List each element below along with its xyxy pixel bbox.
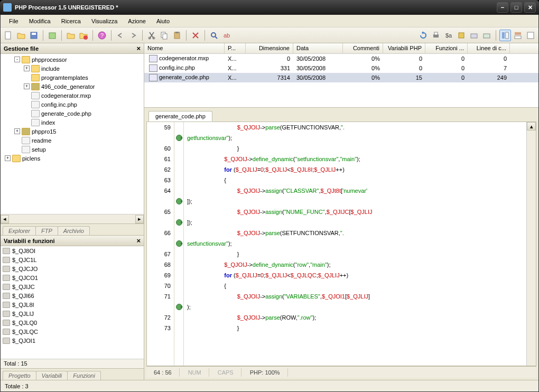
tree-node[interactable]: -phpprocessor bbox=[1, 55, 144, 64]
view3-icon[interactable] bbox=[525, 30, 536, 41]
tab-ftp[interactable]: FTP bbox=[35, 226, 58, 235]
variable-item[interactable]: $_QJLQC bbox=[1, 327, 144, 336]
code-line[interactable]: { bbox=[184, 175, 526, 185]
variable-item[interactable]: $_QJL8I bbox=[1, 300, 144, 309]
column-header[interactable]: P... bbox=[225, 43, 246, 53]
folder-open-icon[interactable] bbox=[65, 30, 77, 41]
redo-icon[interactable] bbox=[127, 30, 139, 41]
code-line[interactable]: $_QJOIJ->define_dynamic("setfunctionsvar… bbox=[184, 154, 526, 164]
column-header[interactable]: Linee di c... bbox=[468, 43, 510, 53]
tree-toggle-icon[interactable]: - bbox=[14, 57, 20, 62]
save-icon[interactable] bbox=[28, 30, 40, 41]
variable-item[interactable]: $_QJI66 bbox=[1, 291, 144, 300]
paste-icon[interactable] bbox=[171, 30, 183, 41]
minimize-button[interactable]: − bbox=[497, 2, 508, 13]
variable-item[interactable]: $_QJ8OI bbox=[1, 246, 144, 255]
tab-variabili[interactable]: Variabili bbox=[36, 371, 68, 380]
code-line[interactable]: ]); bbox=[184, 217, 526, 228]
new-file-icon[interactable] bbox=[3, 30, 14, 41]
tab-funzioni[interactable]: Funzioni bbox=[67, 371, 101, 380]
tab-progetto[interactable]: Progetto bbox=[3, 371, 36, 380]
tree-node[interactable]: +piclens bbox=[1, 154, 144, 163]
column-header[interactable]: Nome bbox=[144, 43, 225, 53]
variable-item[interactable]: $_QJOI1 bbox=[1, 336, 144, 345]
tree-node[interactable]: +496_code_generator bbox=[1, 82, 144, 91]
help-icon[interactable]: ? bbox=[96, 30, 108, 41]
column-header[interactable]: Commenti bbox=[343, 43, 383, 53]
zip-icon[interactable] bbox=[456, 30, 467, 41]
code-line[interactable]: $_QJOIJ->assign("VARIABLES",$_QJOI1[$_QJ… bbox=[184, 291, 526, 302]
variable-item[interactable]: $_QJIJC bbox=[1, 282, 144, 291]
code-line[interactable]: { bbox=[184, 281, 526, 291]
code-line[interactable]: } bbox=[184, 323, 526, 333]
code-line[interactable]: } bbox=[184, 249, 526, 259]
column-header[interactable]: Data bbox=[293, 43, 343, 53]
variable-item[interactable]: $_QJLQ0 bbox=[1, 318, 144, 327]
tree-node[interactable]: programtemplates bbox=[1, 73, 144, 82]
scroll-up-icon[interactable]: ▴ bbox=[527, 122, 536, 130]
code-line[interactable]: $_QJOIJ->define_dynamic("row","main"); bbox=[184, 259, 526, 270]
variable-item[interactable]: $_QJCO1 bbox=[1, 273, 144, 282]
copy-icon[interactable] bbox=[159, 30, 170, 41]
menu-ricerca[interactable]: Ricerca bbox=[57, 17, 85, 25]
code-line[interactable]: } bbox=[184, 143, 526, 154]
code-line[interactable]: getfunctionsvar"); bbox=[184, 133, 526, 143]
find-icon[interactable] bbox=[208, 30, 220, 41]
menu-visualizza[interactable]: Visualizza bbox=[87, 17, 122, 25]
variable-item[interactable]: $_QJLIJ bbox=[1, 309, 144, 318]
tree-hscrollbar[interactable]: ◂ ▸ bbox=[1, 214, 144, 223]
menu-modifica[interactable]: Modifica bbox=[25, 17, 55, 25]
cut-icon[interactable] bbox=[146, 30, 157, 41]
code-line[interactable]: $_QJOIJ->parse(ROW,".row"); bbox=[184, 312, 526, 323]
tree-node[interactable]: readme bbox=[1, 136, 144, 145]
editor-tab[interactable]: generate_code.php bbox=[148, 111, 212, 122]
file-list[interactable]: NomeP...DimensioneDataCommentiVariabili … bbox=[144, 43, 538, 108]
code-line[interactable]: setfunctionsvar"); bbox=[184, 238, 526, 249]
menu-azione[interactable]: Azione bbox=[124, 17, 150, 25]
code-line[interactable]: ]); bbox=[184, 196, 526, 207]
code-line[interactable]: $_QJOIJ->parse(GETFUNCTIONSVAR,". bbox=[184, 122, 526, 133]
code-line[interactable]: for ($_QJLIJ=0;$_QJLIJ<$_QJLQC;$_QJLIJ++… bbox=[184, 270, 526, 281]
tree-toggle-icon[interactable]: + bbox=[5, 155, 11, 161]
tab-explorer[interactable]: Explorer bbox=[3, 226, 36, 235]
view1-icon[interactable] bbox=[499, 30, 511, 41]
scroll-right-icon[interactable]: ▸ bbox=[135, 215, 144, 223]
file-row[interactable]: generate_code.phpX...731430/05/20080%150… bbox=[144, 73, 538, 82]
close-var-panel-icon[interactable]: × bbox=[136, 237, 141, 245]
tree-toggle-icon[interactable]: + bbox=[24, 83, 30, 89]
code-line[interactable]: ); bbox=[184, 302, 526, 312]
import-icon[interactable] bbox=[481, 30, 492, 41]
undo-icon[interactable] bbox=[115, 30, 126, 41]
maximize-button[interactable]: □ bbox=[510, 2, 522, 13]
tree-toggle-icon[interactable]: + bbox=[24, 66, 30, 71]
close-panel-icon[interactable]: × bbox=[136, 44, 141, 52]
code-line[interactable]: $_QJOIJ->assign("NUME_FUNC",$_QJIJC[$_QJ… bbox=[184, 207, 526, 217]
file-row[interactable]: codegenerator.mxpX...030/05/20080%000 bbox=[144, 54, 538, 63]
menu-aiuto[interactable]: Aiuto bbox=[152, 17, 174, 25]
column-header[interactable]: Funzioni ... bbox=[425, 43, 468, 53]
code-line[interactable]: $_QJOIJ->parse(SETFUNCTIONSVAR,". bbox=[184, 228, 526, 238]
tree-node[interactable]: index bbox=[1, 118, 144, 127]
export-icon[interactable] bbox=[468, 30, 480, 41]
menu-file[interactable]: File bbox=[5, 17, 23, 25]
column-header[interactable]: Variabili PHP bbox=[383, 43, 425, 53]
folder-remove-icon[interactable] bbox=[78, 30, 89, 41]
column-header[interactable]: Dimensione bbox=[246, 43, 293, 53]
code-line[interactable]: $_QJOIJ->assign("CLASSVAR",$_QJt8t['nume… bbox=[184, 185, 526, 196]
file-tree[interactable]: -phpprocessor+includeprogramtemplates+49… bbox=[1, 54, 144, 214]
delete-icon[interactable] bbox=[190, 30, 201, 41]
tree-node[interactable]: config.inc.php bbox=[1, 100, 144, 109]
code-editor[interactable]: 596061626364656667686970717273 $_QJOIJ->… bbox=[146, 122, 536, 366]
tree-node[interactable]: +include bbox=[1, 64, 144, 73]
refresh-icon[interactable] bbox=[417, 30, 429, 41]
print-icon[interactable] bbox=[430, 30, 442, 41]
view2-icon[interactable] bbox=[512, 30, 524, 41]
tree-node[interactable]: generate_code.php bbox=[1, 109, 144, 118]
open-icon[interactable] bbox=[15, 30, 27, 41]
variable-item[interactable]: $_QJCJO bbox=[1, 264, 144, 273]
find-next-icon[interactable]: ab bbox=[221, 30, 233, 41]
variable-list[interactable]: $_QJ8OI$_QJC1L$_QJCJO$_QJCO1$_QJIJC$_QJI… bbox=[1, 246, 144, 359]
tree-node[interactable]: +phppro15 bbox=[1, 127, 144, 136]
tab-archivio[interactable]: Archivio bbox=[58, 226, 90, 235]
code-line[interactable]: for ($_QJLIJ=0;$_QJLIJ<$_QJL8I;$_QJLIJ++… bbox=[184, 164, 526, 175]
